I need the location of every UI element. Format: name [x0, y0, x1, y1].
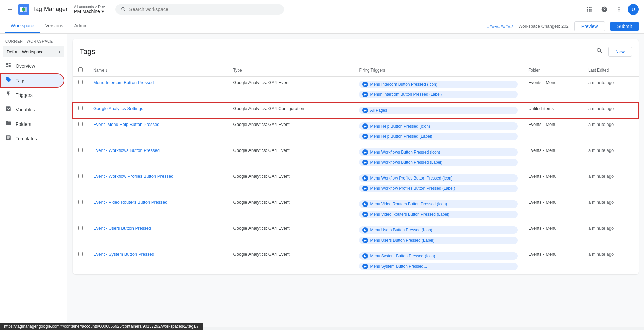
- trigger-chip[interactable]: ▶Menu Workflows Button Pressed (Icon): [359, 148, 517, 156]
- workspace-selector[interactable]: Default Workspace ›: [3, 46, 64, 57]
- trigger-chip[interactable]: ▶Menu Video Routers Button Pressed (Labe…: [359, 211, 517, 218]
- avatar[interactable]: U: [628, 4, 639, 15]
- sidebar-item-folders[interactable]: Folders: [0, 117, 64, 131]
- tag-name-link[interactable]: Event - Workflow Profiles Button Pressed: [93, 174, 173, 179]
- tag-name-link[interactable]: Event - System Button Pressed: [93, 252, 154, 257]
- account-info: All accounts > Dev PM Machine ▾: [74, 5, 105, 14]
- tags-title: Tags: [80, 47, 95, 56]
- preview-button[interactable]: Preview: [574, 21, 605, 31]
- tab-admin[interactable]: Admin: [68, 19, 93, 33]
- help-button[interactable]: [598, 3, 610, 16]
- trigger-chip[interactable]: ▶Menu Users Button Pressed (Label): [359, 237, 517, 244]
- trigger-chip[interactable]: ▶Menu Workflows Button Pressed (Label): [359, 159, 517, 166]
- tag-name-link[interactable]: Event - Workflows Button Pressed: [93, 148, 160, 153]
- col-name: Name ↓: [88, 64, 228, 77]
- row-checkbox[interactable]: [78, 252, 83, 256]
- trigger-label: Menu Help Button Pressed (Icon): [370, 124, 430, 129]
- select-all-header: [73, 64, 88, 77]
- trigger-icon: ▶: [362, 186, 368, 191]
- table-row: Event - System Button PressedGoogle Anal…: [73, 248, 639, 274]
- search-bar[interactable]: [115, 4, 284, 15]
- tag-last-edited-cell: a minute ago: [583, 196, 639, 222]
- tab-workspace[interactable]: Workspace: [5, 19, 40, 33]
- trigger-label: All Pages: [370, 108, 387, 113]
- tag-triggers-cell: ▶Menu Help Button Pressed (Icon)▶Menu He…: [354, 118, 523, 144]
- row-checkbox[interactable]: [78, 200, 83, 204]
- tag-name-link[interactable]: Google Analytics Settings: [93, 106, 143, 111]
- trigger-label: Menu Workflow Profiles Button Pressed (L…: [370, 186, 455, 191]
- tab-versions[interactable]: Versions: [40, 19, 69, 33]
- trigger-chip[interactable]: ▶Menu System Button Pressed (Icon): [359, 252, 517, 260]
- tag-name-cell: Event - Workflows Button Pressed: [88, 144, 228, 170]
- tag-type-cell: Google Analytics: GA4 Configuration: [228, 103, 354, 118]
- more-button[interactable]: [613, 3, 625, 16]
- trigger-icon: ▶: [362, 175, 368, 181]
- tag-triggers-cell: ▶Menu Workflows Button Pressed (Icon)▶Me…: [354, 144, 523, 170]
- sidebar-item-overview[interactable]: Overview: [0, 59, 64, 73]
- sidebar-item-variables[interactable]: Variables: [0, 102, 64, 117]
- tag-name-link[interactable]: Event - Users Button Pressed: [93, 226, 151, 231]
- tag-last-edited-cell: a minute ago: [583, 103, 639, 118]
- tag-folder-cell: Events - Menu: [523, 170, 583, 196]
- trigger-icon: ▶: [362, 123, 368, 129]
- trigger-chip[interactable]: ▶Menu Users Button Pressed (Icon): [359, 226, 517, 234]
- row-checkbox[interactable]: [78, 226, 83, 230]
- tag-name-link[interactable]: Menu Intercom Button Pressed: [93, 80, 154, 85]
- sidebar-item-templates-label: Templates: [16, 136, 37, 141]
- trigger-icon: ▶: [362, 160, 368, 165]
- sidebar-item-triggers[interactable]: Triggers: [0, 88, 64, 102]
- container-selector[interactable]: PM Machine ▾: [74, 9, 105, 14]
- tag-name-link[interactable]: Event - Video Routers Button Pressed: [93, 200, 167, 205]
- tags-panel: Tags New Name: [73, 39, 639, 274]
- trigger-chip[interactable]: ▶Menu Workflow Profiles Button Pressed (…: [359, 185, 517, 192]
- col-folder: Folder: [523, 64, 583, 77]
- tags-header: Tags New: [73, 39, 639, 64]
- select-all-checkbox[interactable]: [78, 67, 83, 72]
- trigger-chip[interactable]: ▶Menu System Button Pressed...: [359, 263, 517, 270]
- workspace-name: Default Workspace: [7, 49, 44, 54]
- variables-icon: [5, 106, 11, 113]
- table-row: Menu Intercom Button PressedGoogle Analy…: [73, 77, 639, 103]
- sidebar: CURRENT WORKSPACE Default Workspace › Ov…: [0, 34, 67, 327]
- folders-icon: [5, 120, 11, 128]
- dropdown-icon: ▾: [101, 9, 104, 14]
- tag-triggers-cell: ▶Menu Intercom Button Pressed (Icon)▶Men…: [354, 77, 523, 103]
- trigger-chip[interactable]: ▶Menu Intercom Button Pressed (Icon): [359, 81, 517, 88]
- row-checkbox[interactable]: [78, 148, 83, 152]
- trigger-label: Menu Video Routers Button Pressed (Icon): [370, 202, 447, 207]
- trigger-chip[interactable]: ▶Menun Intercom Button Pressed (Label): [359, 91, 517, 98]
- tags-header-right: New: [593, 45, 632, 58]
- tag-name-cell: Event - Workflow Profiles Button Pressed: [88, 170, 228, 196]
- submit-button[interactable]: Submit: [610, 22, 639, 31]
- tag-name-cell: Google Analytics Settings: [88, 103, 228, 118]
- back-button[interactable]: ←: [5, 4, 15, 15]
- sidebar-item-tags[interactable]: Tags: [0, 73, 64, 88]
- trigger-chip[interactable]: ▶Menu Workflow Profiles Button Pressed (…: [359, 174, 517, 182]
- tag-folder-cell: Events - Menu: [523, 248, 583, 274]
- search-input[interactable]: [129, 7, 279, 12]
- trigger-chip[interactable]: ▶Menu Video Routers Button Pressed (Icon…: [359, 200, 517, 208]
- more-icon: [616, 6, 622, 13]
- trigger-chip[interactable]: ▶All Pages: [359, 107, 517, 114]
- tags-search-button[interactable]: [593, 45, 606, 58]
- tag-last-edited-cell: a minute ago: [583, 144, 639, 170]
- tag-name-link[interactable]: Event- Menu Help Button Pressed: [93, 122, 160, 127]
- tag-last-edited-cell: a minute ago: [583, 222, 639, 248]
- apps-button[interactable]: [583, 3, 595, 16]
- new-tag-button[interactable]: New: [608, 47, 632, 57]
- trigger-chip[interactable]: ▶Menu Help Button Pressed (Label): [359, 133, 517, 140]
- table-row: Google Analytics SettingsGoogle Analytic…: [73, 103, 639, 118]
- sidebar-item-templates[interactable]: Templates: [0, 131, 64, 146]
- row-checkbox[interactable]: [78, 80, 83, 84]
- row-checkbox[interactable]: [78, 174, 83, 178]
- trigger-icon: ▶: [362, 92, 368, 97]
- sidebar-section-label: CURRENT WORKSPACE: [0, 36, 67, 45]
- row-checkbox[interactable]: [78, 106, 83, 110]
- trigger-chip[interactable]: ▶Menu Help Button Pressed (Icon): [359, 122, 517, 130]
- table-row: Event - Video Routers Button PressedGoog…: [73, 196, 639, 222]
- chevron-right-icon: ›: [59, 49, 60, 55]
- tab-bar-tabs: Workspace Versions Admin: [5, 19, 93, 33]
- row-checkbox[interactable]: [78, 122, 83, 126]
- sidebar-item-overview-label: Overview: [16, 63, 35, 69]
- trigger-icon: ▶: [362, 149, 368, 155]
